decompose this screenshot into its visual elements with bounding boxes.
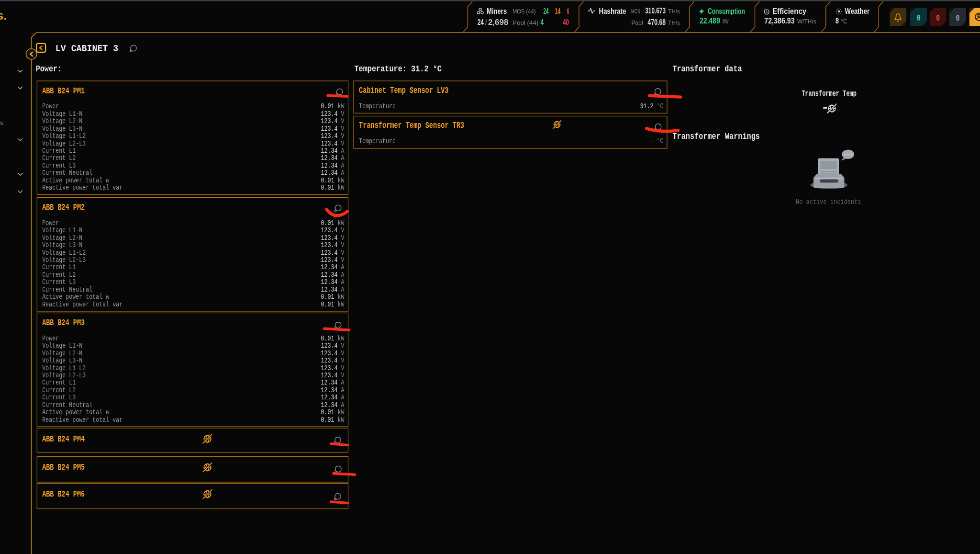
svg-text:A: A: [341, 263, 345, 271]
svg-text:Voltage L1-N: Voltage L1-N: [42, 342, 82, 350]
svg-text:V: V: [341, 241, 345, 249]
svg-text:V: V: [341, 364, 345, 372]
svg-text:0.01: 0.01: [321, 416, 334, 424]
svg-text:0: 0: [936, 13, 940, 23]
svg-text:ABB B24 PM2: ABB B24 PM2: [42, 203, 85, 212]
svg-text:°C: °C: [657, 137, 664, 145]
svg-text:Current L2: Current L2: [42, 154, 76, 162]
svg-text:TH/s: TH/s: [668, 8, 680, 15]
svg-text:Voltage L2-L3: Voltage L2-L3: [42, 140, 86, 147]
svg-text:123.4: 123.4: [321, 364, 338, 372]
svg-text:Current L3: Current L3: [42, 394, 76, 401]
svg-text:ABB B24 PM6: ABB B24 PM6: [42, 489, 85, 499]
svg-text:V: V: [341, 140, 345, 147]
svg-text:-: -: [650, 137, 654, 145]
svg-text:Current L3: Current L3: [42, 162, 76, 170]
svg-text:A: A: [341, 147, 345, 155]
svg-text:A: A: [341, 271, 345, 279]
svg-text:31.2: 31.2: [640, 102, 654, 110]
svg-text:kW: kW: [338, 177, 345, 184]
svg-text:Voltage L3-N: Voltage L3-N: [42, 125, 82, 133]
svg-text:ABB B24 PM4: ABB B24 PM4: [42, 434, 85, 444]
svg-text:Voltage L2-N: Voltage L2-N: [42, 234, 82, 242]
svg-text:310.673: 310.673: [645, 6, 666, 15]
svg-text:123.4: 123.4: [321, 132, 338, 140]
svg-text:kW: kW: [338, 335, 345, 342]
svg-text:A: A: [341, 379, 345, 386]
svg-text:Active power total w: Active power total w: [42, 408, 109, 416]
svg-text:12.34: 12.34: [321, 401, 338, 409]
svg-text:Voltage L1-L2: Voltage L1-L2: [42, 132, 86, 140]
svg-text:Current Neutral: Current Neutral: [42, 286, 92, 294]
svg-text:Active power total w: Active power total w: [42, 293, 109, 301]
svg-text:Transformer Temp Sensor TR3: Transformer Temp Sensor TR3: [359, 121, 464, 130]
svg-text:123.4: 123.4: [321, 241, 338, 249]
svg-text:Current L2: Current L2: [42, 271, 76, 279]
svg-text:8: 8: [835, 16, 839, 25]
svg-text:V: V: [341, 372, 345, 379]
svg-text:LV CABINET 3: LV CABINET 3: [56, 43, 118, 54]
svg-text:0.01: 0.01: [321, 335, 334, 342]
svg-text:0.01: 0.01: [321, 219, 334, 227]
svg-text:A: A: [341, 394, 345, 401]
svg-text:kW: kW: [338, 293, 345, 301]
svg-text:12.34: 12.34: [321, 379, 338, 386]
svg-text:Voltage L1-L2: Voltage L1-L2: [42, 364, 86, 372]
svg-text:123.4: 123.4: [321, 357, 338, 364]
svg-text:A: A: [341, 286, 345, 294]
svg-text:123.4: 123.4: [321, 110, 338, 118]
svg-text:A: A: [341, 162, 345, 170]
svg-text:Current L1: Current L1: [42, 379, 76, 386]
svg-text:12.34: 12.34: [321, 271, 338, 279]
svg-text:Voltage L1-N: Voltage L1-N: [42, 110, 82, 118]
svg-text:Voltage L2-N: Voltage L2-N: [42, 117, 82, 125]
svg-text:V: V: [341, 125, 345, 133]
svg-text:123.4: 123.4: [321, 125, 338, 133]
svg-text:Reactive power total var: Reactive power total var: [42, 301, 122, 308]
svg-text:S.: S.: [0, 11, 7, 22]
svg-text:4: 4: [540, 18, 544, 26]
svg-text:MOS: MOS: [631, 8, 640, 15]
svg-text:Power: Power: [42, 335, 59, 342]
svg-text:12.34: 12.34: [321, 154, 338, 162]
svg-text:Transformer Temp: Transformer Temp: [802, 89, 857, 98]
svg-text:0.01: 0.01: [321, 102, 334, 110]
svg-text:kW: kW: [338, 408, 345, 416]
svg-text:470.68: 470.68: [648, 18, 666, 26]
svg-text:123.4: 123.4: [321, 342, 338, 350]
svg-text:V: V: [341, 117, 345, 125]
svg-text:Current L1: Current L1: [42, 147, 76, 155]
svg-text:123.4: 123.4: [321, 372, 338, 379]
svg-text:A: A: [341, 278, 345, 286]
svg-text:Cabinet Temp Sensor LV3: Cabinet Temp Sensor LV3: [359, 86, 448, 95]
svg-text:V: V: [341, 256, 345, 264]
svg-text:12.34: 12.34: [321, 394, 338, 401]
svg-text:2,698: 2,698: [488, 18, 509, 26]
svg-text:14: 14: [555, 7, 561, 15]
svg-text:V: V: [341, 249, 345, 257]
svg-text:W/TH/s: W/TH/s: [797, 18, 816, 25]
svg-text:123.4: 123.4: [321, 117, 338, 125]
svg-text:Voltage L2-L3: Voltage L2-L3: [42, 256, 86, 264]
svg-text:123.4: 123.4: [321, 350, 338, 357]
svg-text:Voltage L2-L3: Voltage L2-L3: [42, 372, 86, 379]
svg-text:Active power total w: Active power total w: [42, 177, 109, 184]
svg-text:12.34: 12.34: [321, 386, 338, 394]
svg-text:Reactive power total var: Reactive power total var: [42, 184, 122, 192]
svg-text:ts: ts: [0, 120, 4, 126]
svg-text:Efficiency: Efficiency: [772, 7, 806, 15]
svg-text:/: /: [485, 18, 488, 26]
svg-text:12.34: 12.34: [321, 169, 338, 177]
svg-text:Power: Power: [42, 102, 59, 110]
svg-text:Miners: Miners: [487, 7, 507, 15]
svg-text:Current Neutral: Current Neutral: [42, 169, 92, 177]
svg-text:22.489: 22.489: [700, 16, 720, 25]
svg-text:Temperature: Temperature: [359, 102, 396, 110]
svg-text:Current L2: Current L2: [42, 386, 76, 394]
svg-text:12.34: 12.34: [321, 147, 338, 155]
svg-text:12.34: 12.34: [321, 263, 338, 271]
svg-text:Temperature: Temperature: [359, 137, 396, 145]
svg-text:MW: MW: [723, 18, 728, 25]
svg-text:V: V: [341, 110, 345, 118]
svg-text:Power: Power: [42, 219, 59, 227]
